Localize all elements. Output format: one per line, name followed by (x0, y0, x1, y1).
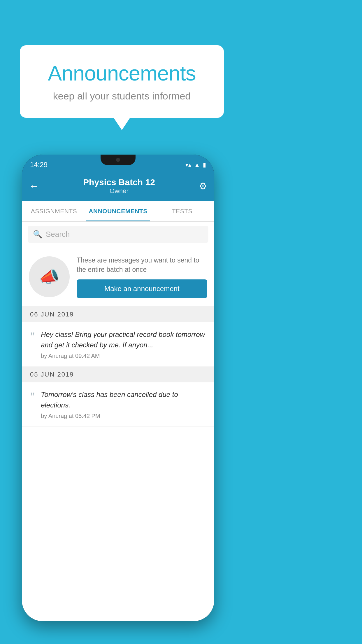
quote-icon-1: " (30, 330, 35, 343)
message-text-2: Tomorrow's class has been cancelled due … (41, 389, 206, 410)
wifi-icon: ▾▴ (185, 161, 191, 168)
battery-icon: ▮ (203, 161, 206, 168)
settings-icon[interactable]: ⚙ (199, 181, 207, 192)
date-separator-1: 06 JUN 2019 (22, 307, 214, 322)
status-bar: 14:29 ▾▴ ▲ ▮ (22, 155, 214, 172)
promo-icon-circle: 📣 (29, 256, 70, 297)
message-meta-2: by Anurag at 05:42 PM (41, 413, 206, 419)
camera-dot (116, 158, 120, 162)
app-header: ← Physics Batch 12 Owner ⚙ (22, 172, 214, 201)
phone-content: 🔍 Search 📣 These are messages you want t… (22, 222, 214, 621)
quote-icon-2: " (30, 391, 35, 403)
batch-title: Physics Batch 12 (83, 177, 155, 187)
phone-frame: 14:29 ▾▴ ▲ ▮ ← Physics Batch 12 Owner ⚙ … (22, 155, 214, 621)
announcement-promo: 📣 These are messages you want to send to… (22, 247, 214, 307)
notch (101, 155, 136, 165)
tab-announcements[interactable]: ANNOUNCEMENTS (86, 201, 150, 221)
owner-label: Owner (83, 187, 155, 195)
date-separator-2: 05 JUN 2019 (22, 367, 214, 382)
status-time: 14:29 (30, 161, 48, 169)
promo-description: These are messages you want to send to t… (77, 256, 207, 274)
message-meta-1: by Anurag at 09:42 AM (41, 353, 206, 359)
status-icons: ▾▴ ▲ ▮ (185, 161, 206, 168)
search-bar: 🔍 Search (22, 222, 214, 247)
megaphone-icon: 📣 (39, 267, 59, 286)
announcements-subtitle: keep all your students informed (37, 90, 206, 102)
speech-bubble-container: Announcements keep all your students inf… (20, 45, 224, 118)
back-button[interactable]: ← (29, 180, 39, 192)
speech-bubble: Announcements keep all your students inf… (20, 45, 224, 118)
message-content-2: Tomorrow's class has been cancelled due … (41, 389, 206, 419)
search-placeholder: Search (46, 230, 70, 239)
signal-icon: ▲ (194, 162, 200, 168)
tab-tests[interactable]: TESTS (150, 201, 214, 221)
search-input-wrap[interactable]: 🔍 Search (28, 226, 208, 243)
phone-inner: 14:29 ▾▴ ▲ ▮ ← Physics Batch 12 Owner ⚙ … (22, 155, 214, 621)
message-content-1: Hey class! Bring your practical record b… (41, 329, 206, 359)
header-center: Physics Batch 12 Owner (83, 177, 155, 195)
promo-right: These are messages you want to send to t… (77, 256, 207, 298)
message-text-1: Hey class! Bring your practical record b… (41, 329, 206, 350)
announcement-item-2: " Tomorrow's class has been cancelled du… (22, 382, 214, 427)
tab-assignments[interactable]: ASSIGNMENTS (22, 201, 86, 221)
announcements-title: Announcements (37, 61, 206, 85)
announcement-item-1: " Hey class! Bring your practical record… (22, 322, 214, 367)
make-announcement-button[interactable]: Make an announcement (77, 279, 207, 298)
tabs-bar: ASSIGNMENTS ANNOUNCEMENTS TESTS (22, 201, 214, 222)
search-icon: 🔍 (33, 230, 42, 239)
